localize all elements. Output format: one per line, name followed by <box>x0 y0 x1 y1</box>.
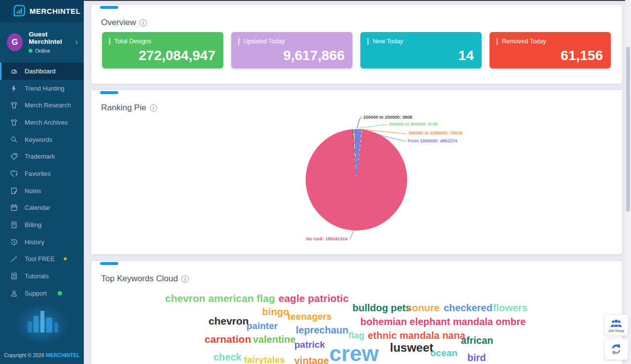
stat-card-label: Updated Today <box>238 38 285 45</box>
sidebar-item-history[interactable]: History <box>0 233 84 251</box>
sidebar-item-merch-research[interactable]: Merch Research <box>0 97 84 114</box>
cloud-keyword[interactable]: teenagers <box>287 312 332 321</box>
tshirt-icon <box>9 101 18 110</box>
cloud-keyword[interactable]: chevron american flag <box>165 293 275 303</box>
cloud-keyword[interactable]: ocean <box>430 348 457 358</box>
group-people-icon <box>610 319 623 328</box>
refresh-button[interactable] <box>604 338 629 360</box>
join-group-button[interactable]: Join Group <box>604 314 629 336</box>
cloud-keyword[interactable]: fairytales <box>244 355 285 364</box>
cloud-keyword[interactable]: bird <box>467 353 486 363</box>
cloud-keyword[interactable]: bohemian elephant mandala ombre <box>360 317 526 327</box>
pie-slice-label: From 1000000: 4862274 <box>408 138 457 143</box>
sidebar-item-keywords[interactable]: Keywords <box>0 131 84 148</box>
online-dot-icon <box>29 49 33 53</box>
refresh-arrows-icon <box>609 342 623 356</box>
cloud-keyword[interactable]: checkered <box>444 303 492 313</box>
stat-card-value: 14 <box>458 48 474 64</box>
page-scrollbar[interactable] <box>625 0 631 364</box>
book-icon <box>9 272 18 281</box>
window-top-edge <box>84 0 631 1</box>
app-root: MERCHINTEL G Guest MerchIntel Online › D… <box>0 0 631 364</box>
online-label: Online <box>35 48 50 54</box>
overview-title-row: Overview i <box>91 5 622 28</box>
sidebar: MERCHINTEL G Guest MerchIntel Online › D… <box>0 0 84 364</box>
cloud-keyword[interactable]: bulldog pets <box>352 303 411 313</box>
sidebar-item-merch-archives[interactable]: Merch Archives <box>0 114 84 131</box>
user-info: Guest MerchIntel Online <box>29 31 77 54</box>
cloud-keyword[interactable]: flowers <box>493 303 527 313</box>
sidebar-item-label: History <box>25 238 44 246</box>
sidebar-nav: DashboardTrend HuntingMerch ResearchMerc… <box>0 63 84 302</box>
user-status: Online <box>29 48 77 54</box>
overview-panel: Overview i Total Designs272,084,947Updat… <box>91 5 622 84</box>
wand-icon <box>9 255 18 264</box>
support-icon <box>9 289 18 298</box>
sidebar-item-notes[interactable]: Notes <box>0 182 84 199</box>
cloud-keyword[interactable]: bingo <box>262 307 289 317</box>
chevron-right-icon[interactable]: › <box>75 36 78 47</box>
join-group-label: Join Group <box>608 329 624 332</box>
heart-icon <box>9 169 18 178</box>
stat-card-label: New Today <box>367 38 403 45</box>
stat-card-value: 272,084,947 <box>139 48 215 64</box>
cloud-keyword[interactable]: eagle patriotic <box>279 293 349 303</box>
tshirt-icon <box>9 118 18 127</box>
sidebar-item-billing[interactable]: Billing <box>0 216 84 233</box>
sidebar-item-label: Keywords <box>25 136 52 143</box>
pie-slice-label: 200000 to 500000: 9749 <box>389 122 438 127</box>
stat-card-updated-today[interactable]: Updated Today9,617,866 <box>231 32 352 68</box>
tag-icon <box>9 152 18 161</box>
cloud-keyword[interactable]: vintage <box>294 356 329 364</box>
stat-card-new-today[interactable]: New Today14 <box>360 32 482 68</box>
cloud-keyword[interactable]: check <box>213 352 242 362</box>
sidebar-item-tool-free[interactable]: Tool FREE★ <box>0 251 84 268</box>
panel-accent-pill <box>100 6 118 9</box>
dashboard-icon <box>9 66 18 75</box>
avatar[interactable]: G <box>7 33 23 51</box>
cloud-keyword[interactable]: african <box>461 335 493 345</box>
cloud-keyword[interactable]: valentine <box>253 334 296 344</box>
copyright: Copyright © 2026 MERCHINTEL <box>0 352 84 358</box>
cloud-keyword[interactable]: carnation <box>205 334 251 344</box>
info-icon[interactable]: i <box>140 19 147 27</box>
cloud-keyword[interactable]: patrick <box>294 340 325 349</box>
stat-card-value: 9,617,866 <box>283 48 345 64</box>
cloud-keyword[interactable]: flag <box>349 331 364 340</box>
cloud-keyword[interactable]: ethnic mandala nana <box>368 331 465 340</box>
pie-slice-label: 500000 to 1000000: 78018 <box>409 131 462 135</box>
sidebar-item-favorites[interactable]: Favorites <box>0 165 84 182</box>
pie-leader-line <box>358 125 387 128</box>
sidebar-item-label: Dashboard <box>25 67 56 75</box>
user-profile[interactable]: G Guest MerchIntel Online › <box>0 22 84 62</box>
cloud-keyword[interactable]: chevron <box>209 316 249 326</box>
overview-title: Overview <box>101 18 136 28</box>
keywords-cloud-panel: Top Keywords Cloud i chevron american fl… <box>91 261 622 364</box>
sidebar-item-label: Favorites <box>25 170 51 177</box>
sidebar-item-trademark[interactable]: Trademark <box>0 148 84 165</box>
pie-leader-line <box>350 230 354 239</box>
cloud-keyword[interactable]: crew <box>329 343 379 364</box>
pie-leader-line <box>357 117 362 128</box>
support-online-dot-icon <box>58 291 62 296</box>
cloud-keyword[interactable]: conure <box>407 303 440 313</box>
cloud-keyword[interactable]: leprechaun <box>296 325 349 335</box>
ranking-pie-panel: Ranking Pie i 100000 to 200000: 39082000… <box>91 90 622 254</box>
sidebar-item-label: Merch Archives <box>25 119 68 126</box>
sidebar-item-dashboard[interactable]: Dashboard <box>0 63 84 80</box>
cloud-keyword[interactable]: painter <box>246 321 278 331</box>
word-cloud: chevron american flageagle patrioticbing… <box>91 261 622 364</box>
sidebar-item-trend-hunting[interactable]: Trend Hunting <box>0 80 84 97</box>
receipt-icon <box>9 221 18 230</box>
history-icon <box>9 237 18 246</box>
stat-card-total-designs[interactable]: Total Designs272,084,947 <box>102 32 223 68</box>
pie-circle[interactable] <box>306 129 407 231</box>
stat-card-removed-today[interactable]: Removed Today61,156 <box>490 32 611 68</box>
brand-name: MERCHINTEL <box>30 7 80 15</box>
user-name: Guest MerchIntel <box>29 31 77 45</box>
sidebar-item-support[interactable]: Support <box>0 285 84 302</box>
cloud-keyword[interactable]: lusweet <box>390 342 433 354</box>
sidebar-item-calendar[interactable]: Calendar <box>0 199 84 217</box>
sidebar-item-tutorials[interactable]: Tutorials <box>0 267 84 285</box>
scrollbar-thumb[interactable] <box>626 47 630 212</box>
